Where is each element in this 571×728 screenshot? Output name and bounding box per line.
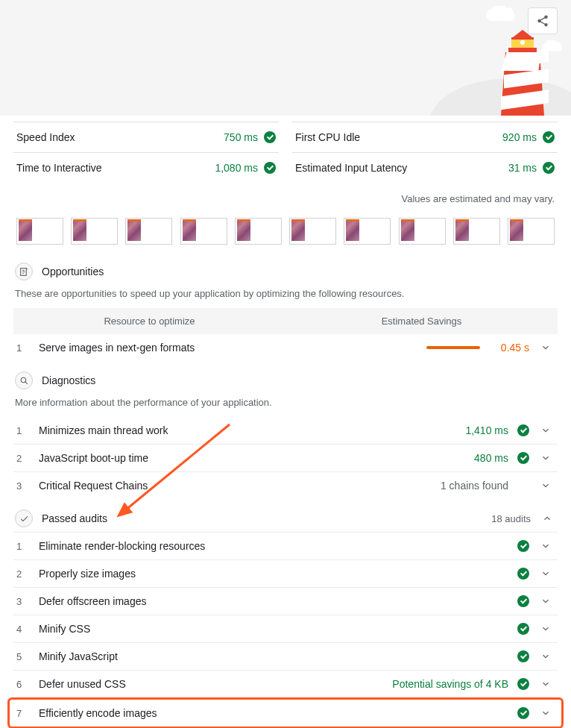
expand-chevron-icon[interactable] bbox=[537, 453, 555, 463]
expand-chevron-icon[interactable] bbox=[537, 342, 555, 353]
row-number: 1 bbox=[16, 541, 31, 552]
diagnostic-value: 480 ms bbox=[474, 452, 508, 464]
filmstrip-thumb bbox=[289, 218, 336, 245]
filmstrip-thumb bbox=[508, 218, 555, 245]
diagnostic-row[interactable]: 2JavaScript boot-up time480 ms bbox=[13, 444, 558, 471]
row-number: 3 bbox=[16, 480, 31, 492]
expand-chevron-icon[interactable] bbox=[537, 679, 555, 689]
section-diagnostics-header: Diagnostics bbox=[13, 361, 558, 394]
diagnostic-row[interactable]: 3Critical Request Chains1 chains found bbox=[13, 471, 558, 499]
savings-bar bbox=[426, 346, 480, 349]
passed-audit-row[interactable]: 6Defer unused CSSPotential savings of 4 … bbox=[13, 670, 558, 697]
svg-point-10 bbox=[520, 40, 525, 45]
diagnostic-value: 1 chains found bbox=[441, 480, 508, 492]
metric-first-cpu-idle: First CPU Idle 920 ms bbox=[292, 122, 558, 152]
metric-name: Time to Interactive bbox=[16, 162, 102, 174]
pass-icon bbox=[543, 131, 555, 143]
metric-value: 31 ms bbox=[508, 162, 537, 174]
highlight-annotation: 7Efficiently encode images bbox=[7, 697, 564, 728]
row-number: 2 bbox=[16, 568, 31, 580]
col-resource: Resource to optimize bbox=[13, 316, 286, 327]
section-opportunities-desc: These are opportunities to speed up your… bbox=[13, 285, 558, 308]
passed-audit-row[interactable]: 4Minify CSS bbox=[13, 615, 558, 642]
collapse-chevron-icon[interactable] bbox=[538, 513, 556, 524]
passed-audit-row[interactable]: 2Properly size images bbox=[13, 559, 558, 587]
opportunity-title: Serve images in next-gen formats bbox=[39, 342, 419, 354]
row-number: 2 bbox=[16, 453, 31, 464]
svg-rect-8 bbox=[508, 48, 537, 52]
metric-name: Speed Index bbox=[16, 131, 75, 143]
audit-title: Eliminate render-blocking resources bbox=[39, 540, 510, 552]
audits-count: 18 audits bbox=[491, 513, 531, 524]
pass-icon bbox=[517, 623, 529, 635]
row-number: 1 bbox=[16, 425, 31, 436]
diagnostic-title: Minimizes main thread work bbox=[39, 424, 458, 436]
lighthouse-icon bbox=[496, 30, 549, 116]
passed-audit-row[interactable]: 1Eliminate render-blocking resources bbox=[13, 532, 558, 559]
diagnostic-row[interactable]: 1Minimizes main thread work1,410 ms bbox=[13, 417, 558, 444]
section-diagnostics-desc: More information about the performance o… bbox=[13, 394, 558, 417]
section-title: Diagnostics bbox=[42, 374, 95, 386]
svg-line-13 bbox=[25, 381, 27, 383]
filmstrip-thumb bbox=[125, 218, 172, 245]
expand-chevron-icon[interactable] bbox=[537, 596, 555, 606]
section-title: Opportunities bbox=[42, 266, 104, 277]
diagnostics-icon bbox=[15, 371, 33, 389]
opportunity-row[interactable]: 1 Serve images in next-gen formats 0.45 … bbox=[13, 334, 558, 361]
expand-chevron-icon[interactable] bbox=[537, 480, 555, 491]
filmstrip-thumb bbox=[71, 218, 118, 245]
opportunities-icon bbox=[15, 263, 33, 280]
pass-icon bbox=[264, 162, 276, 174]
passed-audit-row[interactable]: 3Defer offscreen images bbox=[13, 587, 558, 615]
share-icon bbox=[536, 14, 549, 28]
diagnostic-title: Critical Request Chains bbox=[39, 480, 433, 492]
passed-audit-row[interactable]: 7Efficiently encode images bbox=[13, 700, 558, 727]
col-savings: Estimated Savings bbox=[286, 316, 558, 327]
svg-rect-7 bbox=[511, 37, 534, 40]
pass-icon bbox=[517, 650, 529, 662]
metric-name: First CPU Idle bbox=[295, 131, 360, 143]
filmstrip-thumb bbox=[453, 218, 500, 245]
section-opportunities-header: Opportunities bbox=[13, 252, 558, 285]
savings-value: 0.45 s bbox=[492, 342, 529, 354]
filmstrip-thumb bbox=[16, 218, 63, 245]
audit-title: Minify JavaScript bbox=[39, 650, 510, 662]
filmstrip-thumb bbox=[344, 218, 391, 245]
expand-chevron-icon[interactable] bbox=[537, 568, 555, 579]
row-number: 7 bbox=[16, 708, 31, 719]
pass-icon bbox=[264, 131, 276, 143]
metric-value: 750 ms bbox=[224, 131, 258, 143]
expand-chevron-icon[interactable] bbox=[537, 425, 555, 436]
expand-chevron-icon[interactable] bbox=[537, 651, 555, 662]
svg-marker-9 bbox=[513, 30, 532, 37]
expand-chevron-icon[interactable] bbox=[537, 708, 555, 718]
metric-value: 1,080 ms bbox=[215, 162, 258, 174]
audit-title: Minify CSS bbox=[39, 623, 510, 635]
audit-title: Efficiently encode images bbox=[39, 707, 510, 719]
audit-title: Defer offscreen images bbox=[39, 595, 510, 607]
metric-name: Estimated Input Latency bbox=[295, 162, 407, 174]
row-number: 4 bbox=[16, 624, 31, 635]
metric-speed-index: Speed Index 750 ms bbox=[13, 122, 279, 152]
expand-chevron-icon[interactable] bbox=[537, 624, 555, 634]
row-number: 6 bbox=[16, 679, 31, 690]
section-passed-header[interactable]: Passed audits 18 audits bbox=[13, 499, 558, 532]
filmstrip bbox=[13, 210, 558, 252]
section-title: Passed audits bbox=[42, 512, 107, 524]
metric-tti: Time to Interactive 1,080 ms bbox=[13, 152, 279, 183]
expand-chevron-icon[interactable] bbox=[537, 541, 555, 551]
metric-input-latency: Estimated Input Latency 31 ms bbox=[292, 152, 558, 183]
pass-icon bbox=[517, 540, 529, 552]
report-header bbox=[0, 0, 571, 116]
pass-icon bbox=[543, 162, 555, 174]
pass-icon bbox=[517, 595, 529, 607]
pass-icon bbox=[517, 707, 529, 719]
metric-value: 920 ms bbox=[502, 131, 537, 143]
audit-title: Properly size images bbox=[39, 568, 510, 580]
audit-title: Defer unused CSS bbox=[39, 678, 385, 690]
row-number: 5 bbox=[16, 651, 31, 662]
opportunities-columns: Resource to optimize Estimated Savings bbox=[13, 308, 558, 334]
passed-audit-row[interactable]: 5Minify JavaScript bbox=[13, 642, 558, 670]
pass-icon bbox=[517, 424, 529, 436]
pass-icon bbox=[517, 568, 529, 580]
